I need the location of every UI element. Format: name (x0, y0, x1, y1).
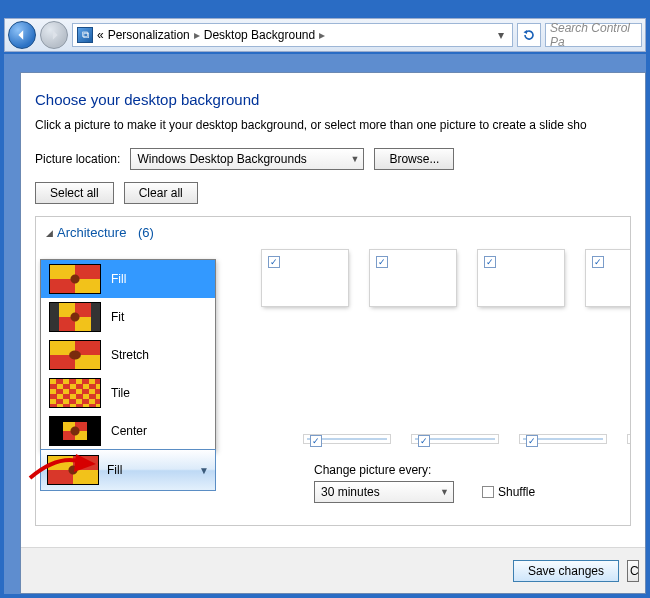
search-input[interactable]: Search Control Pa (545, 23, 642, 47)
shuffle-label: Shuffle (498, 485, 535, 499)
shuffle-checkbox[interactable] (482, 486, 494, 498)
explorer-navbar: ⧉ « Personalization ▸ Desktop Background… (4, 18, 646, 52)
refresh-button[interactable] (517, 23, 541, 47)
forward-button[interactable] (40, 21, 68, 49)
wallpaper-thumb[interactable]: ✓ (262, 250, 348, 306)
group-header[interactable]: ◢ Architecture (6) (46, 225, 620, 240)
wallpaper-thumb[interactable]: ✓ (304, 435, 390, 443)
chevron-right-icon: ▸ (194, 28, 200, 42)
checkbox-icon[interactable]: ✓ (484, 256, 496, 268)
back-button[interactable] (8, 21, 36, 49)
breadcrumb-current[interactable]: Desktop Background (204, 28, 315, 42)
position-option-tile[interactable]: Tile (41, 374, 215, 412)
select-all-button[interactable]: Select all (35, 182, 114, 204)
position-option-center[interactable]: Center (41, 412, 215, 450)
picture-location-label: Picture location: (35, 152, 120, 166)
position-option-stretch[interactable]: Stretch (41, 336, 215, 374)
picture-position-dropdown-list: Fill Fit Stretch Tile Center (40, 259, 216, 451)
picture-position-combo[interactable]: Fill ▼ (40, 449, 216, 491)
save-changes-button[interactable]: Save changes (513, 560, 619, 582)
chevron-down-icon: ▼ (350, 154, 359, 164)
collapse-icon: ◢ (46, 228, 53, 238)
window-client-area: Choose your desktop background Click a p… (4, 54, 646, 594)
wallpaper-thumb[interactable]: ✓ (520, 435, 606, 443)
position-option-fill[interactable]: Fill (41, 260, 215, 298)
chevron-down-icon: ▼ (440, 487, 449, 497)
chevron-right-icon: ▸ (319, 28, 325, 42)
browse-button[interactable]: Browse... (374, 148, 454, 170)
breadcrumb-prefix: « (97, 28, 104, 42)
page: Choose your desktop background Click a p… (20, 72, 646, 594)
chevron-down-icon: ▼ (199, 465, 209, 476)
chevron-down-icon[interactable]: ▾ (494, 28, 508, 42)
clear-all-button[interactable]: Clear all (124, 182, 198, 204)
page-subtitle: Click a picture to make it your desktop … (35, 118, 631, 132)
picture-location-combo[interactable]: Windows Desktop Backgrounds▼ (130, 148, 364, 170)
checkbox-icon[interactable]: ✓ (592, 256, 604, 268)
breadcrumb[interactable]: ⧉ « Personalization ▸ Desktop Background… (72, 23, 513, 47)
checkbox-icon[interactable]: ✓ (268, 256, 280, 268)
change-every-label: Change picture every: (314, 463, 454, 477)
change-every-combo[interactable]: 30 minutes▼ (314, 481, 454, 503)
page-title: Choose your desktop background (35, 91, 631, 108)
wallpaper-gallery: ◢ Architecture (6) ✓ ✓ ✓ ✓ ✓ ✓ ✓ ✓ Fill … (35, 216, 631, 526)
footer: Save changes C (21, 547, 645, 593)
breadcrumb-parent[interactable]: Personalization (108, 28, 190, 42)
checkbox-icon[interactable]: ✓ (376, 256, 388, 268)
cancel-button[interactable]: C (627, 560, 639, 582)
wallpaper-thumb[interactable]: ✓ (586, 250, 631, 306)
wallpaper-thumb[interactable]: ✓ (370, 250, 456, 306)
position-option-fit[interactable]: Fit (41, 298, 215, 336)
wallpaper-thumb[interactable]: ✓ (478, 250, 564, 306)
wallpaper-thumb[interactable]: ✓ (628, 435, 631, 443)
control-panel-icon: ⧉ (77, 27, 93, 43)
wallpaper-thumb[interactable]: ✓ (412, 435, 498, 443)
